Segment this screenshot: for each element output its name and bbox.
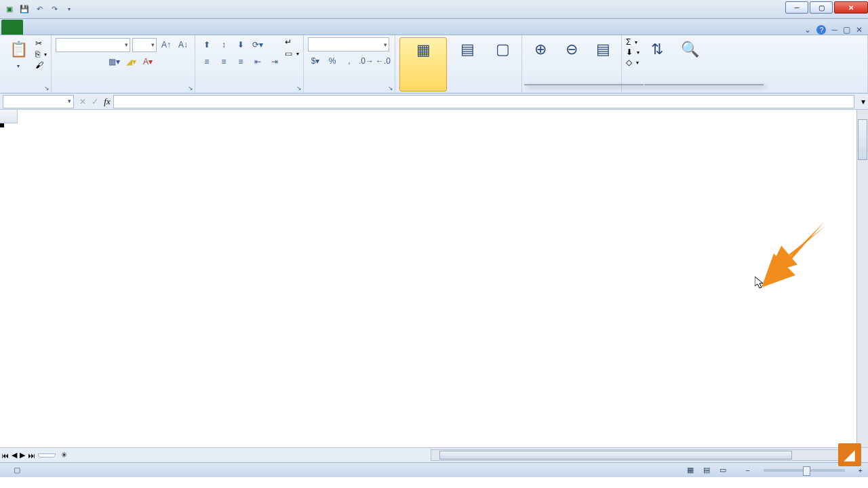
sheet-tab[interactable] xyxy=(38,453,56,458)
copy-icon: ⎘ xyxy=(35,49,40,59)
minimize-button[interactable]: ─ xyxy=(785,1,808,14)
wrap-icon: ↵ xyxy=(285,37,292,47)
paste-button[interactable]: 📋 ▾ xyxy=(4,37,33,92)
underline-button[interactable] xyxy=(90,54,104,69)
sheet-nav-first-icon[interactable]: ⏮ xyxy=(0,451,10,460)
expand-fbar-icon[interactable]: ▾ xyxy=(859,97,868,106)
binoculars-icon: 🔍 xyxy=(679,39,701,60)
format-cells-icon: ▤ xyxy=(592,39,614,60)
sheet-nav-last-icon[interactable]: ⏭ xyxy=(26,451,37,460)
group-clipboard: 📋 ▾ ✂ ⎘▾ 🖌 ↘ xyxy=(0,35,52,93)
borders-icon[interactable]: ▦▾ xyxy=(106,54,121,69)
number-launcher-icon[interactable]: ↘ xyxy=(388,85,393,92)
save-icon[interactable]: 💾 xyxy=(18,3,31,16)
merge-center-button[interactable]: ▭▾ xyxy=(285,49,299,58)
decrease-decimal-icon[interactable]: ←.0 xyxy=(376,54,391,68)
view-layout-icon[interactable]: ▤ xyxy=(703,466,710,474)
minimize-ribbon-icon[interactable]: ⌄ xyxy=(804,25,811,35)
align-left-icon[interactable]: ≡ xyxy=(199,54,214,69)
window-min-icon[interactable]: ─ xyxy=(831,25,837,35)
sort-filter-button[interactable]: ⇅ xyxy=(642,37,672,92)
formula-bar: ✕ ✓ fx ▾ xyxy=(0,94,868,110)
fill-color-icon[interactable]: ◢▾ xyxy=(123,54,138,69)
format-painter-button[interactable]: 🖌 xyxy=(35,60,47,70)
svg-marker-2 xyxy=(755,277,763,288)
group-number: $▾ % , .0→ ←.0 ↘ xyxy=(304,35,395,93)
currency-icon[interactable]: $▾ xyxy=(308,54,323,68)
zoom-out-icon[interactable]: − xyxy=(745,466,749,474)
number-format-combo[interactable] xyxy=(308,37,389,52)
increase-indent-icon[interactable]: ⇥ xyxy=(267,54,282,69)
cut-button[interactable]: ✂ xyxy=(35,39,47,48)
font-color-icon[interactable]: A▾ xyxy=(140,54,155,69)
align-center-icon[interactable]: ≡ xyxy=(216,54,231,69)
autosum-button[interactable]: Σ▾ xyxy=(626,37,639,47)
qat-dropdown-icon[interactable]: ▾ xyxy=(62,3,76,16)
format-table-button[interactable]: ▤ xyxy=(450,37,485,92)
new-sheet-icon[interactable]: ✳ xyxy=(56,451,73,460)
find-select-button[interactable]: 🔍 xyxy=(675,37,705,92)
align-middle-icon[interactable]: ↕ xyxy=(216,37,231,52)
select-all-corner[interactable] xyxy=(0,110,18,123)
formula-input[interactable] xyxy=(113,95,854,108)
copy-button[interactable]: ⎘▾ xyxy=(35,49,47,59)
exceljet-logo-icon: ◢ xyxy=(838,443,861,466)
grow-font-icon[interactable]: A↑ xyxy=(159,37,174,52)
window-restore-icon[interactable]: ▢ xyxy=(843,25,850,35)
align-bottom-icon[interactable]: ⬇ xyxy=(233,37,248,52)
clear-button[interactable]: ◇▾ xyxy=(626,58,639,67)
sheet-nav-prev-icon[interactable]: ◀ xyxy=(10,451,18,460)
name-box[interactable] xyxy=(3,95,74,108)
ribbon-tabs: ⌄ ? ─ ▢ ✕ xyxy=(0,19,868,35)
view-break-icon[interactable]: ▭ xyxy=(719,466,726,474)
orientation-icon[interactable]: ⟳▾ xyxy=(250,37,265,52)
shrink-font-icon[interactable]: A↓ xyxy=(176,37,191,52)
clipboard-launcher-icon[interactable]: ↘ xyxy=(44,85,50,92)
sheet-nav-next-icon[interactable]: ▶ xyxy=(18,451,26,460)
undo-icon[interactable]: ↶ xyxy=(33,3,46,16)
group-font: A↑ A↓ ▦▾ ◢▾ A▾ ↘ xyxy=(52,35,195,93)
titlebar: ▣ 💾 ↶ ↷ ▾ ─ ▢ ✕ xyxy=(0,0,868,19)
worksheet-grid[interactable] xyxy=(0,110,868,447)
close-button[interactable]: ✕ xyxy=(834,1,868,14)
fill-button[interactable]: ⬇▾ xyxy=(626,47,639,57)
vertical-scrollbar[interactable] xyxy=(856,110,868,447)
delete-button[interactable]: ⊖ xyxy=(557,37,586,92)
cancel-formula-icon[interactable]: ✕ xyxy=(77,97,89,106)
cond-format-icon: ▦ xyxy=(412,39,434,61)
zoom-in-icon[interactable]: + xyxy=(859,466,863,474)
horizontal-scrollbar[interactable] xyxy=(431,449,856,461)
enter-formula-icon[interactable]: ✓ xyxy=(89,97,101,106)
align-right-icon[interactable]: ≡ xyxy=(233,54,248,69)
file-tab[interactable] xyxy=(1,20,23,35)
maximize-button[interactable]: ▢ xyxy=(810,1,833,14)
font-launcher-icon[interactable]: ↘ xyxy=(188,85,193,92)
font-name-combo[interactable] xyxy=(56,38,130,52)
view-normal-icon[interactable]: ▦ xyxy=(687,466,694,474)
cell-styles-button[interactable]: ▢ xyxy=(488,37,517,92)
align-top-icon[interactable]: ⬆ xyxy=(199,37,214,52)
comma-icon[interactable]: , xyxy=(342,54,357,68)
sheet-tab-bar: ⏮ ◀ ▶ ⏭ ✳ xyxy=(0,447,868,462)
svg-marker-1 xyxy=(762,222,824,287)
italic-button[interactable] xyxy=(73,54,87,69)
wrap-text-button[interactable]: ↵ xyxy=(285,37,299,47)
alignment-launcher-icon[interactable]: ↘ xyxy=(296,85,302,92)
redo-icon[interactable]: ↷ xyxy=(47,3,61,16)
percent-icon[interactable]: % xyxy=(325,54,340,68)
insert-button[interactable]: ⊕ xyxy=(526,37,555,92)
delete-icon: ⊖ xyxy=(561,39,583,60)
zoom-slider[interactable] xyxy=(764,469,845,472)
conditional-formatting-button[interactable]: ▦ xyxy=(399,37,447,92)
group-styles: ▦ ▤ ▢ xyxy=(395,35,522,93)
decrease-indent-icon[interactable]: ⇤ xyxy=(250,54,265,69)
increase-decimal-icon[interactable]: .0→ xyxy=(359,54,374,68)
window-close-icon[interactable]: ✕ xyxy=(856,25,863,35)
bold-button[interactable] xyxy=(56,54,71,69)
font-size-combo[interactable] xyxy=(132,38,157,52)
exceljet-watermark: ◢ xyxy=(833,443,861,466)
format-button[interactable]: ▤ xyxy=(589,37,617,92)
help-icon[interactable]: ? xyxy=(816,25,826,35)
fx-icon[interactable]: fx xyxy=(101,96,113,107)
macro-record-icon[interactable]: ▢ xyxy=(14,466,20,474)
